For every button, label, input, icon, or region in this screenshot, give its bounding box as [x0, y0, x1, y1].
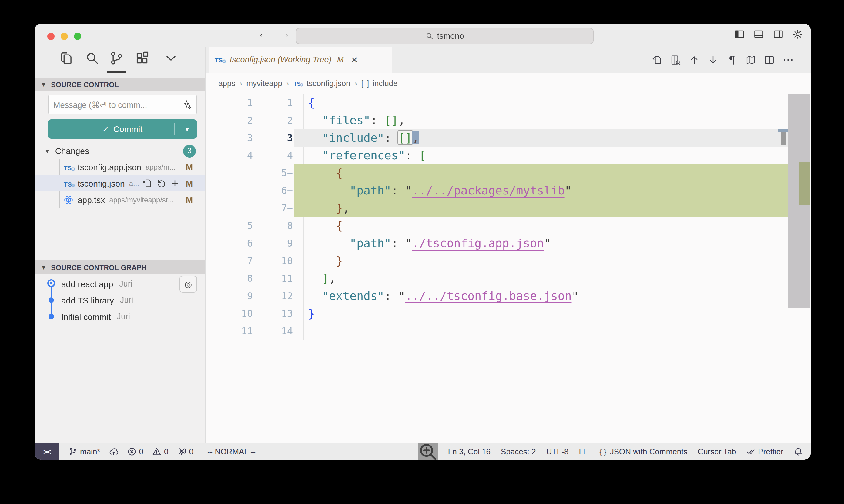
changes-file-row[interactable]: TS⚙tsconfig.jsona...M: [35, 175, 205, 192]
activity-item-explorer[interactable]: [59, 50, 74, 66]
breadcrumb-item-tsconfig.json[interactable]: TS⚙tsconfig.json: [293, 79, 350, 88]
source-control-header[interactable]: ▼ SOURCE CONTROL: [35, 77, 205, 91]
layout-panel-icon[interactable]: [753, 29, 764, 40]
commit-button[interactable]: ✓ Commit ▼: [48, 119, 197, 139]
forward-icon[interactable]: →: [278, 28, 292, 40]
old-line-number: 6: [206, 234, 253, 252]
graph-header-label: SOURCE CONTROL GRAPH: [51, 264, 147, 271]
new-line-number: 2: [258, 111, 293, 129]
activity-item-source-control[interactable]: [108, 50, 124, 66]
code-line[interactable]: 44 "references": [: [206, 147, 811, 164]
file-name: tsconfig.app.json: [77, 162, 141, 172]
zoom-window-button[interactable]: [74, 33, 81, 40]
code-token: [308, 236, 349, 250]
commit-dot: [49, 298, 54, 303]
status-item-cursor-tab[interactable]: Cursor Tab: [698, 447, 736, 456]
tab-tsconfig-working-tree[interactable]: TS⚙ tsconfig.json (Working Tree) M ✕: [209, 47, 392, 73]
bell-status[interactable]: [794, 447, 803, 456]
diff-editor[interactable]: 11{22 "files": [],33 "include": [],44 "r…: [206, 94, 811, 444]
sparkle-icon[interactable]: [183, 100, 192, 109]
status-item-ln-3-col-16[interactable]: Ln 3, Col 16: [448, 447, 490, 456]
status-item-prettier[interactable]: Prettier: [746, 447, 783, 456]
status-item-0[interactable]: 0: [153, 447, 168, 456]
go-to-file-icon[interactable]: [142, 179, 152, 188]
commit-row[interactable]: Initial commitJuri: [35, 308, 205, 325]
remote-indicator[interactable]: ><: [35, 444, 59, 460]
status-item-utf-8[interactable]: UTF-8: [546, 447, 569, 456]
status-item-lf[interactable]: LF: [579, 447, 588, 456]
code-text: }: [308, 305, 315, 322]
next-change-icon[interactable]: [708, 54, 719, 65]
error-icon: [127, 447, 137, 456]
status-item-json-with-comments[interactable]: { }JSON with Comments: [599, 447, 688, 456]
layout-sidebar-right-icon[interactable]: [773, 29, 784, 40]
path-link[interactable]: ./tsconfig.app.json: [412, 236, 544, 250]
breadcrumb-item-include[interactable]: [ ]include: [361, 79, 397, 88]
commit-split-divider: [174, 123, 175, 135]
overview-ruler-added-mark: [799, 162, 810, 205]
changes-file-row[interactable]: TS⚙tsconfig.app.jsonapps/m...M: [35, 159, 205, 175]
changes-file-row[interactable]: app.tsxapps/myviteapp/sr...M: [35, 192, 205, 208]
status-item-main-[interactable]: main*: [69, 447, 100, 456]
code-line[interactable]: 11{: [206, 94, 811, 111]
traffic-lights: [47, 33, 81, 40]
activity-item-search[interactable]: [84, 50, 100, 66]
path-link[interactable]: ../../packages/mytslib: [412, 183, 565, 197]
zoom-indicator[interactable]: [418, 444, 438, 460]
code-line[interactable]: 69 "path": "./tsconfig.app.json": [206, 234, 811, 252]
pilcrow-icon[interactable]: ¶: [726, 54, 737, 65]
map-icon[interactable]: [745, 54, 756, 65]
activity-item-extensions[interactable]: [135, 50, 150, 66]
breadcrumb-item-myviteapp[interactable]: myviteapp: [246, 79, 282, 88]
open-changes-icon[interactable]: [651, 54, 662, 65]
command-center-search[interactable]: tsmono: [296, 28, 593, 44]
old-line-number: 7: [206, 252, 253, 270]
code-token: ,: [329, 271, 336, 285]
breadcrumb-item-apps[interactable]: apps: [218, 79, 235, 88]
code-line[interactable]: 1114: [206, 322, 811, 340]
activity-item-more-views[interactable]: [163, 50, 179, 66]
prev-change-icon[interactable]: [689, 54, 700, 65]
status-item-0[interactable]: 0: [127, 447, 143, 456]
code-line[interactable]: 912 "extends": "../../tsconfig.base.json…: [206, 287, 811, 305]
split-editor-icon[interactable]: [764, 54, 775, 65]
code-line[interactable]: 33 "include": [],: [206, 129, 811, 147]
code-line[interactable]: 1013}: [206, 305, 811, 322]
status-item--normal-[interactable]: -- NORMAL --: [203, 447, 256, 456]
close-window-button[interactable]: [47, 33, 55, 40]
code-line-bg: [294, 199, 788, 217]
breadcrumb-separator: ›: [287, 79, 289, 88]
minimize-window-button[interactable]: [61, 33, 68, 40]
layout-sidebar-left-icon[interactable]: [734, 29, 745, 40]
status-bar: >< main*000-- NORMAL -- Ln 3, Col 16Spac…: [35, 444, 811, 460]
modified-badge: M: [186, 162, 193, 172]
code-line[interactable]: 5+ {: [206, 164, 811, 182]
code-line[interactable]: 710 }: [206, 252, 811, 270]
cloud-upload-status[interactable]: [109, 447, 119, 456]
compare-file-icon[interactable]: [670, 54, 681, 65]
titlebar-layout-icons: [734, 29, 803, 40]
commit-dropdown-icon[interactable]: ▼: [184, 125, 190, 133]
code-line[interactable]: 22 "files": [],: [206, 111, 811, 129]
commit-message-input[interactable]: Message (⌘⏎ to comm...: [48, 94, 197, 114]
code-line[interactable]: 7+ },: [206, 199, 811, 217]
commit-row[interactable]: add TS libraryJuri: [35, 292, 205, 308]
stage-icon[interactable]: [170, 179, 179, 188]
goto-ref-button[interactable]: ◎: [179, 276, 197, 293]
status-item-0[interactable]: 0: [177, 447, 193, 456]
code-line[interactable]: 811 ],: [206, 270, 811, 287]
changes-section-header[interactable]: ▼ Changes 3: [35, 143, 205, 159]
gear-icon[interactable]: [792, 29, 803, 40]
code-line[interactable]: 6+ "path": "../../packages/mytslib": [206, 182, 811, 199]
commit-row[interactable]: add react appJuri◎: [35, 276, 205, 292]
status-item-spaces-2[interactable]: Spaces: 2: [501, 447, 536, 456]
chevron-down-icon: ▼: [41, 81, 47, 88]
new-line-number: 11: [258, 270, 293, 287]
path-link[interactable]: ../../tsconfig.base.json: [405, 289, 571, 302]
code-line[interactable]: 58 {: [206, 217, 811, 234]
back-icon[interactable]: ←: [257, 28, 270, 40]
discard-icon[interactable]: [156, 179, 166, 188]
source-control-graph-header[interactable]: ▼ SOURCE CONTROL GRAPH: [35, 260, 205, 274]
more-actions-icon[interactable]: ⋯: [783, 54, 794, 65]
close-icon[interactable]: ✕: [351, 55, 358, 65]
